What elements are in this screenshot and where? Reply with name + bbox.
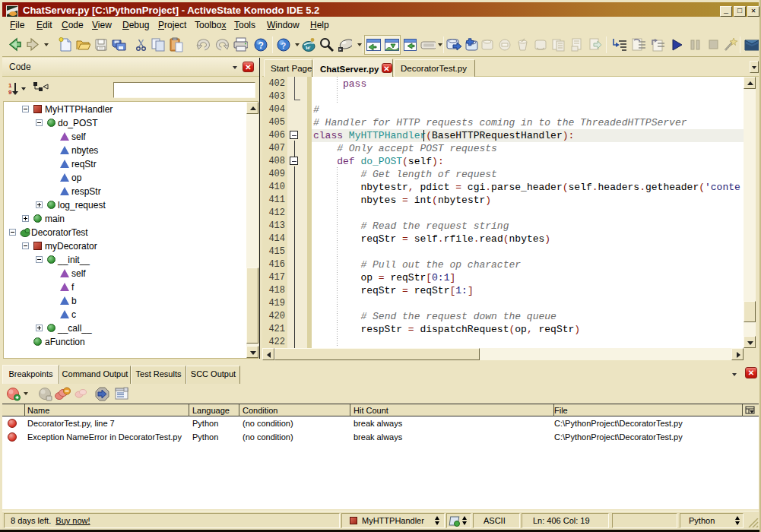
svg-text:9: 9 xyxy=(8,89,12,96)
svg-text:1: 1 xyxy=(8,82,12,89)
svg-text:w: w xyxy=(306,43,311,51)
svg-text:?: ? xyxy=(258,40,264,51)
svg-text:?: ? xyxy=(281,41,287,50)
